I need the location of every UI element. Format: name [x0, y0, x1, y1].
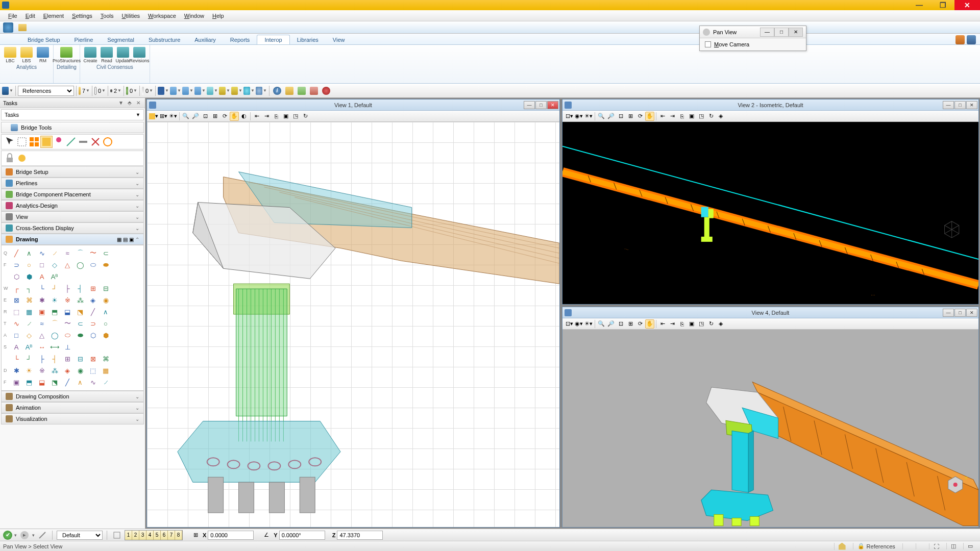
drawing-tool-3-1[interactable]: ┐	[23, 283, 35, 294]
view-attr-dropdown[interactable]: ⊡▾	[565, 319, 574, 329]
snap-toggle[interactable]	[37, 530, 48, 540]
drawing-tool-10-0[interactable]: ✱	[10, 365, 22, 376]
drawing-tool-9-2[interactable]: ├	[36, 353, 48, 364]
menu-edit[interactable]: Edit	[21, 12, 39, 20]
accordion-visualization[interactable]: Visualization⌄	[1, 413, 144, 424]
color-dropdown[interactable]: ▼	[2, 85, 13, 96]
ribbon-tab-pierline[interactable]: Pierline	[67, 35, 101, 44]
view-next-icon[interactable]: ⇥	[668, 319, 677, 329]
drawing-tool-9-6[interactable]: ⊠	[87, 353, 99, 364]
drawing-tool-6-6[interactable]: ⊃	[87, 318, 99, 329]
select-tool[interactable]	[4, 136, 16, 148]
drawing-tool-10-5[interactable]: ◉	[74, 365, 86, 376]
drawing-tool-3-4[interactable]: ├	[61, 283, 74, 294]
coord-icon[interactable]: ⊞	[190, 530, 201, 540]
clip-mask-icon[interactable]: ◳	[697, 319, 706, 329]
tool-e-dropdown[interactable]: ▼	[170, 85, 181, 96]
sun-icon[interactable]: ☀▾	[584, 112, 593, 121]
drawing-tool-7-1[interactable]: ◇	[23, 330, 35, 341]
folder-icon[interactable]	[18, 24, 27, 31]
drawing-tool-3-7[interactable]: ⊟	[100, 283, 112, 294]
drawing-tool-11-3[interactable]: ⬔	[48, 377, 61, 388]
drawing-tool-6-0[interactable]: ∿	[10, 318, 22, 329]
drawing-tool-10-6[interactable]: ⬚	[87, 365, 99, 376]
tool-i-dropdown[interactable]: ▼	[219, 85, 230, 96]
ribbon-button-lbc[interactable]: LBC	[3, 47, 17, 63]
measure-tool[interactable]	[65, 136, 77, 148]
cancel-button[interactable]	[321, 85, 332, 96]
rotate-icon[interactable]: ⟳	[635, 112, 645, 121]
lock-tool[interactable]	[4, 152, 16, 164]
drawing-tool-7-7[interactable]: ⬢	[100, 330, 112, 341]
pin-icon[interactable]: ⬘	[126, 99, 133, 107]
weight-dropdown[interactable]: 2▼	[110, 85, 121, 96]
drawing-tool-4-6[interactable]: ◈	[87, 294, 99, 306]
view-toggle-3[interactable]: 3	[139, 531, 146, 540]
drawing-tool-7-0[interactable]: □	[10, 330, 22, 341]
status-a[interactable]	[902, 543, 913, 549]
drawing-tool-4-1[interactable]: ⌘	[23, 294, 35, 306]
panel-close-button[interactable]: ✕	[789, 28, 803, 37]
view-1-canvas[interactable]	[147, 122, 559, 527]
drawing-tool-8-3[interactable]: ⟷	[48, 341, 61, 353]
drawing-tool-0-4[interactable]: ≈	[61, 247, 74, 259]
x-value-input[interactable]: 0.0000	[208, 531, 254, 540]
clip-mask-icon[interactable]: ◳	[697, 112, 706, 121]
accordion-view[interactable]: View⌄	[1, 211, 144, 222]
drawing-tool-10-4[interactable]: ◈	[61, 365, 74, 376]
display-style-dropdown[interactable]: ◉▾	[574, 319, 583, 329]
refresh-icon[interactable]: ↻	[706, 319, 716, 329]
fit-view-icon[interactable]: ⊞	[210, 112, 219, 121]
walk-icon[interactable]: ◐	[239, 112, 249, 121]
drawing-tool-7-2[interactable]: △	[36, 330, 48, 341]
menu-help[interactable]: Help	[208, 12, 228, 20]
drawing-tool-0-7[interactable]: ⊂	[100, 247, 112, 259]
drawing-tool-3-0[interactable]: ┌	[10, 283, 22, 294]
status-dialog[interactable]: ▭	[963, 543, 977, 549]
tool-g-dropdown[interactable]: ▼	[194, 85, 206, 96]
view-2-canvas[interactable]: … …	[562, 122, 978, 304]
tool-f-dropdown[interactable]: ▼	[182, 85, 193, 96]
drawing-tool-11-7[interactable]: ⟋	[100, 377, 112, 388]
drawing-tool-11-2[interactable]: ⬓	[36, 377, 48, 388]
drawing-tool-1-5[interactable]: ◯	[74, 259, 86, 270]
drawing-tool-0-6[interactable]: 〜	[87, 247, 99, 259]
view-maximize-button[interactable]: □	[954, 101, 966, 109]
help-icon[interactable]	[967, 35, 976, 44]
tool-h-dropdown[interactable]: ▼	[207, 85, 218, 96]
drawing-tool-9-0[interactable]: └	[10, 353, 22, 364]
zoom-window-icon[interactable]: ⊡	[616, 112, 625, 121]
zoom-out-icon[interactable]: 🔎	[606, 112, 616, 121]
linestyle-dropdown[interactable]: 0▼	[94, 85, 106, 96]
drawing-tool-0-0[interactable]: ╱	[10, 247, 22, 259]
copy-icon[interactable]: ⎘	[272, 112, 281, 121]
view-prev-icon[interactable]: ⇤	[658, 319, 667, 329]
accordion-cross-sections-display[interactable]: Cross-Sections Display⌄	[1, 222, 144, 234]
ribbon-tab-libraries[interactable]: Libraries	[290, 35, 326, 44]
brush-tool[interactable]	[53, 136, 65, 148]
view-close-button[interactable]: ✕	[966, 101, 977, 109]
drawing-tool-8-2[interactable]: ↔	[36, 341, 48, 353]
clip-volume-icon[interactable]: ▣	[687, 112, 696, 121]
view-toggle-5[interactable]: 5	[154, 531, 161, 540]
drawing-tool-0-2[interactable]: ∿	[36, 247, 48, 259]
maximize-button[interactable]: ❐	[931, 0, 954, 10]
user-icon[interactable]	[955, 35, 965, 44]
drawing-tool-3-2[interactable]: └	[36, 283, 48, 294]
drawing-tool-4-5[interactable]: ⁂	[74, 294, 86, 306]
grid-tool[interactable]	[28, 136, 40, 148]
view-2-titlebar[interactable]: View 2 - Isometric, Default — □ ✕	[562, 99, 978, 111]
accordion-bridge-component-placement[interactable]: Bridge Component Placement⌄	[1, 189, 144, 200]
level-select[interactable]: Default	[57, 531, 103, 540]
drawing-tool-4-4[interactable]: ※	[61, 294, 74, 306]
move-camera-checkbox[interactable]	[705, 41, 711, 47]
drawing-tool-9-7[interactable]: ⌘	[100, 353, 112, 364]
layout-icon-3[interactable]: ▣	[129, 237, 134, 242]
drawing-tool-7-5[interactable]: ⬬	[74, 330, 86, 341]
tool-m-button[interactable]	[308, 85, 320, 96]
clip-mask-icon[interactable]: ◳	[291, 112, 300, 121]
drawing-tool-1-1[interactable]: ○	[23, 259, 35, 270]
drawing-tool-5-7[interactable]: ∧	[100, 306, 112, 317]
info-button[interactable]: i	[272, 85, 283, 96]
drawing-tool-9-1[interactable]: ┘	[23, 353, 35, 364]
